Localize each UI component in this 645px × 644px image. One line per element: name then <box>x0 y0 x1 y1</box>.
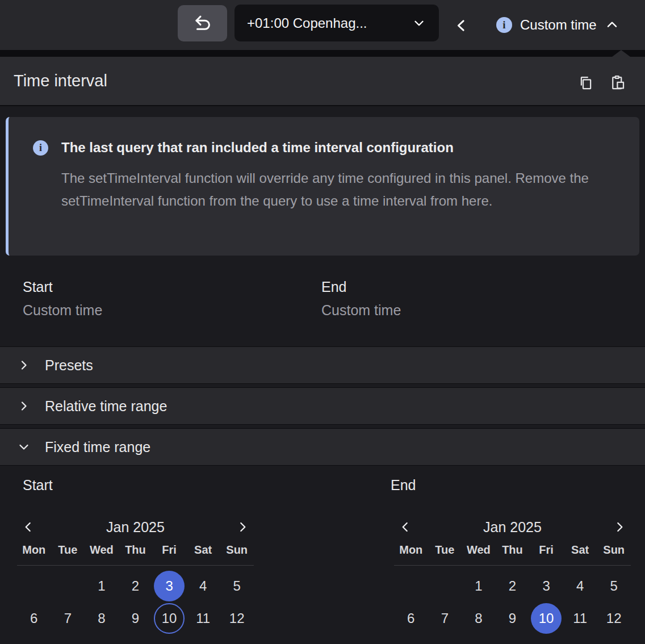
calendar-day[interactable]: 11 <box>188 603 219 634</box>
section-relative-time-range[interactable]: Relative time range <box>0 387 645 425</box>
calendar-day-cell: 2 <box>496 571 530 601</box>
calendar-day-cell <box>17 571 51 601</box>
info-banner: i The last query that ran included a tim… <box>6 117 639 256</box>
calendar-day[interactable]: 8 <box>463 603 494 634</box>
calendar-day[interactable]: 6 <box>19 603 49 634</box>
copy-icon <box>577 74 594 92</box>
calendar-day[interactable]: 11 <box>565 603 596 634</box>
calendar-day[interactable]: 6 <box>396 603 426 634</box>
copy-button[interactable] <box>573 72 598 94</box>
calendar-day[interactable]: 5 <box>598 571 629 601</box>
calendar-day-cell: 2 <box>119 571 153 601</box>
calendar-month-label: Jan 2025 <box>394 515 631 539</box>
calendar-day[interactable]: 10 <box>531 603 562 634</box>
weekday-label: Thu <box>496 543 530 557</box>
timezone-label: +01:00 Copenhag... <box>247 15 412 31</box>
chevron-left-icon <box>21 520 36 534</box>
calendar-day[interactable]: 12 <box>598 603 629 634</box>
calendar-day-cell: 4 <box>186 571 220 601</box>
calendar-divider <box>394 565 631 566</box>
calendar-day[interactable]: 7 <box>52 603 83 634</box>
end-field-label: End <box>321 279 346 295</box>
calendar-day-cell: 1 <box>462 571 496 601</box>
calendar-day[interactable]: 3 <box>154 571 185 601</box>
section-presets[interactable]: Presets <box>0 346 645 384</box>
weekday-label: Sun <box>220 543 254 557</box>
end-field-value: Custom time <box>321 302 401 319</box>
calendar-day-cell <box>428 571 462 601</box>
weekday-label: Mon <box>17 543 51 557</box>
paste-button[interactable] <box>605 72 630 94</box>
calendar-day-cell: 9 <box>119 603 153 634</box>
calendar-day[interactable]: 4 <box>188 571 219 601</box>
weekday-label: Mon <box>394 543 428 557</box>
calendar-day-grid: 123456789101112 <box>394 571 631 634</box>
chevron-right-icon <box>235 520 250 534</box>
calendar-day-cell: 9 <box>496 603 530 634</box>
chevron-up-icon <box>605 18 619 32</box>
start-field-label: Start <box>23 279 53 295</box>
calendar-day-cell: 10 <box>529 603 563 634</box>
calendar-day[interactable]: 9 <box>120 603 150 634</box>
weekday-label: Fri <box>152 543 186 557</box>
weekday-label: Sat <box>563 543 597 557</box>
chevron-down-icon <box>17 440 31 454</box>
undo-button[interactable] <box>178 5 227 41</box>
calendar-day[interactable]: 12 <box>221 603 252 634</box>
info-icon: i <box>496 17 512 33</box>
calendar-day[interactable]: 9 <box>497 603 527 634</box>
banner-body-text: The setTimeInterval function will overri… <box>61 167 630 212</box>
toolbar-panel-divider <box>0 50 645 57</box>
collapse-left-button[interactable] <box>451 15 472 36</box>
calendar-day-cell: 6 <box>17 603 51 634</box>
calendar-day-cell: 5 <box>597 571 631 601</box>
custom-time-label: Custom time <box>520 17 597 33</box>
panel-title: Time interval <box>14 72 107 90</box>
calendar-day[interactable]: 3 <box>531 571 562 601</box>
calendar-day-cell: 11 <box>563 603 597 634</box>
time-interval-panel-body: i The last query that ran included a tim… <box>0 107 645 644</box>
calendar-day[interactable]: 2 <box>497 571 527 601</box>
start-field-value: Custom time <box>23 302 102 319</box>
calendar-day-cell: 6 <box>394 603 428 634</box>
custom-time-button[interactable]: i Custom time <box>489 0 626 50</box>
calendar-day[interactable]: 1 <box>463 571 494 601</box>
weekday-label: Tue <box>51 543 85 557</box>
section-fixed-time-range[interactable]: Fixed time range <box>0 428 645 466</box>
calendar-day-cell: 11 <box>186 603 220 634</box>
chevron-right-icon <box>612 520 627 534</box>
next-month-button[interactable] <box>610 518 629 536</box>
timezone-dropdown[interactable]: +01:00 Copenhag... <box>234 5 439 41</box>
calendar-day[interactable]: 4 <box>565 571 596 601</box>
next-month-button[interactable] <box>233 518 252 536</box>
chevron-down-icon <box>412 16 426 31</box>
weekday-header-row: MonTueWedThuFriSatSun <box>394 543 631 557</box>
top-toolbar: +01:00 Copenhag... i Custom time <box>0 0 645 50</box>
popup-notch <box>612 50 630 57</box>
banner-title: The last query that ran included a time … <box>61 140 454 156</box>
chevron-left-icon <box>453 17 470 34</box>
calendar-day-cell: 12 <box>220 603 254 634</box>
calendar-day-cell: 7 <box>428 603 462 634</box>
previous-month-button[interactable] <box>19 518 37 536</box>
calendar-month-label: Jan 2025 <box>17 515 254 539</box>
calendar-day[interactable]: 5 <box>221 571 252 601</box>
calendar-day-cell: 7 <box>51 603 85 634</box>
calendar-day-cell <box>51 571 85 601</box>
undo-icon <box>192 12 213 34</box>
calendar-day[interactable]: 2 <box>120 571 150 601</box>
calendar-day-cell: 8 <box>85 603 119 634</box>
calendar-day[interactable]: 10 <box>154 603 185 634</box>
calendar-day-cell: 1 <box>85 571 119 601</box>
info-icon: i <box>33 140 48 156</box>
calendar-day[interactable]: 7 <box>429 603 460 634</box>
calendar-day[interactable]: 1 <box>86 571 117 601</box>
weekday-label: Wed <box>462 543 496 557</box>
calendar-day[interactable]: 8 <box>86 603 117 634</box>
previous-month-button[interactable] <box>396 518 414 536</box>
calendar-header: Jan 2025 <box>394 515 631 539</box>
start-calendar-heading: Start <box>23 477 53 494</box>
end-calendar-heading: End <box>391 477 416 494</box>
chevron-right-icon <box>17 399 31 413</box>
section-label: Presets <box>45 357 93 374</box>
